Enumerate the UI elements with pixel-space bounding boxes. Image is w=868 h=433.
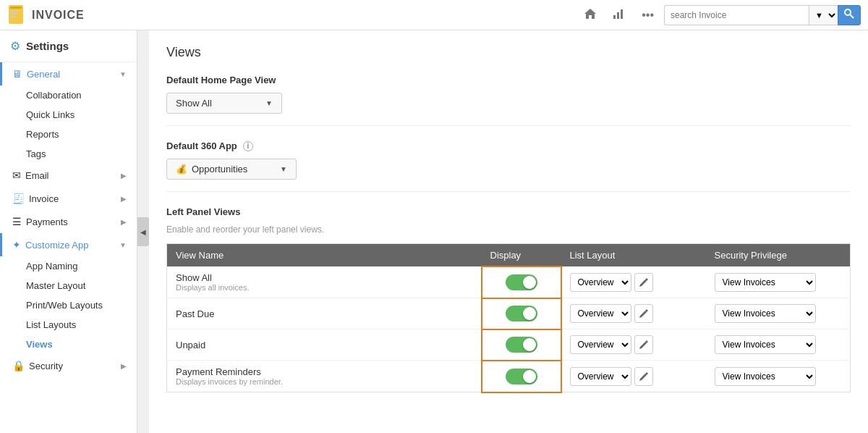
svg-point-9 [845, 9, 851, 15]
display-toggle[interactable] [506, 274, 537, 290]
show-all-dropdown[interactable]: Show All ▼ [166, 93, 282, 114]
show-all-arrow: ▼ [265, 99, 273, 107]
table-row: Past Due Overview View Invoices [167, 298, 851, 329]
general-arrow: ▼ [119, 70, 127, 78]
view-name-cell: Past Due [167, 298, 482, 329]
sidebar-sub-quick-links[interactable]: Quick Links [0, 105, 137, 125]
search-dropdown[interactable]: ▼ [809, 5, 838, 25]
sidebar-sub-list-layouts[interactable]: List Layouts [0, 315, 137, 335]
layout-select[interactable]: Overview [570, 367, 631, 386]
list-layout-cell: Overview [561, 266, 706, 298]
opportunities-icon: 💰 [176, 164, 187, 175]
sidebar-title: Settings [26, 40, 69, 52]
info-icon: i [243, 141, 253, 151]
layout-edit-button[interactable] [634, 304, 653, 323]
topbar: INVOICE ••• ▼ [0, 0, 868, 30]
sidebar-sub-master-layout[interactable]: Master Layout [0, 276, 137, 295]
security-select[interactable]: View Invoices [715, 335, 816, 354]
settings-icon: ⚙ [10, 39, 20, 53]
svg-rect-2 [10, 10, 19, 12]
invoice-logo-icon [7, 5, 27, 25]
sidebar-collapse-button[interactable]: ◀ [137, 217, 149, 246]
display-toggle[interactable] [506, 369, 537, 384]
views-table: View Name Display List Layout Security P… [166, 243, 851, 392]
app-logo: INVOICE [7, 5, 85, 25]
left-panel-desc: Enable and reorder your left panel views… [166, 224, 851, 235]
sidebar-item-payments[interactable]: ☰ Payments ▶ [0, 210, 137, 233]
security-cell: View Invoices [706, 329, 851, 361]
sidebar-sub-tags[interactable]: Tags [0, 144, 137, 164]
view-name-cell: Payment RemindersDisplays invoices by re… [167, 361, 482, 392]
view-name-sub: Displays invoices by reminder. [176, 377, 473, 386]
layout-edit-button[interactable] [634, 335, 653, 354]
more-button[interactable]: ••• [637, 6, 658, 25]
sidebar-sub-collaboration[interactable]: Collaboration [0, 85, 137, 105]
view-name-main: Unpaid [176, 340, 473, 350]
table-header-row: View Name Display List Layout Security P… [167, 244, 851, 267]
svg-line-10 [850, 14, 854, 18]
invoice-arrow: ▶ [121, 195, 127, 203]
list-layout-wrap: Overview [570, 367, 697, 386]
sidebar-sub-views[interactable]: Views [0, 335, 137, 354]
sidebar-header: ⚙ Settings [0, 30, 137, 62]
security-select[interactable]: View Invoices [715, 273, 816, 292]
general-icon: 🖥 [12, 68, 22, 80]
security-cell: View Invoices [706, 298, 851, 329]
list-layout-wrap: Overview [570, 304, 697, 323]
sidebar-sub-app-naming[interactable]: App Naming [0, 256, 137, 276]
layout-select[interactable]: Overview [570, 273, 631, 292]
col-view-name: View Name [167, 244, 482, 267]
display-cell [482, 329, 561, 361]
view-name-cell: Show AllDisplays all invoices. [167, 266, 482, 298]
svg-marker-5 [584, 9, 596, 19]
col-display: Display [482, 244, 561, 267]
toggle-wrap [490, 306, 553, 321]
default-360-text: Default 360 App [166, 140, 237, 151]
payments-arrow: ▶ [121, 218, 127, 226]
edit-icon [639, 340, 648, 349]
search-icon [844, 9, 854, 19]
edit-icon [639, 278, 648, 287]
opportunities-dropdown[interactable]: 💰 Opportunities ▼ [166, 159, 297, 180]
layout-select[interactable]: Overview [570, 335, 631, 354]
sidebar-sub-print-web[interactable]: Print/Web Layouts [0, 295, 137, 315]
payments-icon: ☰ [12, 216, 22, 227]
security-cell: View Invoices [706, 266, 851, 298]
search-button[interactable] [838, 5, 861, 25]
sidebar-item-email[interactable]: ✉ Email ▶ [0, 164, 137, 187]
layout-select[interactable]: Overview [570, 304, 631, 323]
sidebar-item-security[interactable]: 🔒 Security ▶ [0, 354, 137, 377]
view-name-sub: Displays all invoices. [176, 283, 473, 292]
sidebar-item-customize[interactable]: ✦ Customize App ▼ [0, 233, 137, 256]
security-select[interactable]: View Invoices [715, 367, 816, 386]
search-input[interactable] [664, 5, 809, 25]
display-toggle[interactable] [506, 306, 537, 321]
display-cell [482, 361, 561, 392]
list-layout-wrap: Overview [570, 273, 697, 292]
layout-edit-button[interactable] [634, 273, 653, 292]
display-toggle[interactable] [506, 337, 537, 353]
display-cell [482, 266, 561, 298]
view-name-main: Payment Reminders [176, 366, 473, 377]
sidebar-item-payments-label: Payments [26, 216, 68, 227]
sidebar-sub-reports[interactable]: Reports [0, 125, 137, 144]
home-icon [584, 8, 597, 20]
home-button[interactable] [579, 5, 601, 25]
security-cell: View Invoices [706, 361, 851, 392]
svg-rect-7 [617, 12, 619, 19]
invoice-icon: 🧾 [12, 193, 25, 204]
col-security: Security Privilege [706, 244, 851, 267]
security-select[interactable]: View Invoices [715, 304, 816, 323]
table-row: Unpaid Overview View Invoices [167, 329, 851, 361]
default-home-label: Default Home Page View [166, 75, 851, 85]
search-wrap: ▼ [664, 5, 861, 25]
page-title: Views [166, 45, 851, 60]
default-home-section: Default Home Page View Show All ▼ [166, 75, 851, 126]
layout-edit-button[interactable] [634, 367, 653, 386]
toggle-wrap [490, 337, 553, 353]
sidebar-item-invoice[interactable]: 🧾 Invoice ▶ [0, 187, 137, 210]
chart-button[interactable] [608, 5, 630, 25]
customize-arrow: ▼ [119, 241, 127, 249]
left-panel-section: Left Panel Views Enable and reorder your… [166, 206, 851, 392]
sidebar-item-general[interactable]: 🖥 General ▼ [0, 62, 137, 85]
